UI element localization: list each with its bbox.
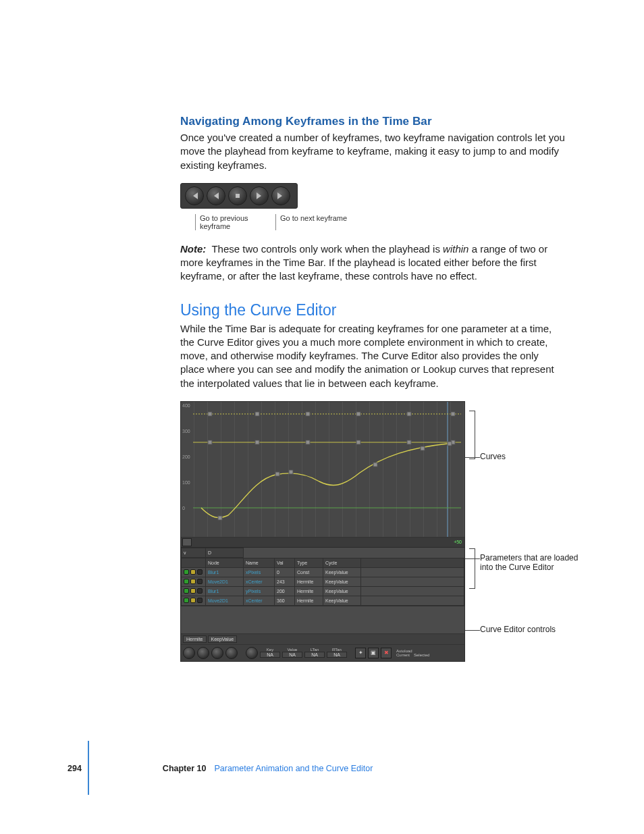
autoload-control[interactable]: Autoload CurrentSelected	[396, 649, 429, 657]
heading-curve-editor: Using the Curve Editor	[180, 301, 565, 319]
page: Navigating Among Keyframes in the Time B…	[0, 0, 644, 834]
curve-editor-controls: KeyNA ValueNA LTanNA RTanNA ✦ ▣ ✖ Autolo…	[181, 645, 464, 661]
tool-button[interactable]	[197, 647, 209, 659]
param-row[interactable]: Blur1 xPixels 0 Const KeepValue	[182, 567, 464, 577]
note-label: Note:	[180, 243, 206, 255]
toggle-button[interactable]: ✦	[355, 648, 366, 658]
ltan-field[interactable]: LTanNA	[304, 648, 325, 658]
bracket-curves	[469, 411, 475, 459]
svg-rect-6	[306, 412, 310, 416]
curves-svg	[181, 402, 464, 537]
param-header-row: Node Name Val Type Cycle	[182, 558, 464, 567]
figure-nav-controls: Go to previous keyframe Go to next keyfr…	[180, 183, 565, 230]
go-to-next-keyframe-button[interactable]	[271, 186, 290, 205]
note-italic-word: within	[443, 243, 468, 255]
delete-button[interactable]: ✖	[381, 648, 392, 658]
content-column: Navigating Among Keyframes in the Time B…	[180, 115, 565, 662]
svg-rect-5	[255, 412, 259, 416]
svg-rect-21	[421, 446, 425, 450]
stop-icon	[234, 192, 242, 200]
curve-editor-panel: 400 300 200 100 0	[180, 401, 465, 662]
page-footer: 294 Chapter 10 Parameter Animation and t…	[68, 764, 576, 773]
param-row[interactable]: Blur1 yPixels 200 Hermite KeepValue	[182, 586, 464, 596]
svg-rect-9	[451, 412, 455, 416]
page-number: 294	[68, 764, 82, 773]
margin-rule	[88, 741, 89, 795]
para-nav-keyframes: Once you've created a number of keyframe…	[180, 131, 565, 172]
chapter-title: Parameter Animation and the Curve Editor	[214, 764, 373, 773]
svg-rect-13	[356, 440, 360, 444]
note-paragraph: Note: These two controls only work when …	[180, 242, 565, 284]
svg-rect-18	[275, 472, 279, 476]
svg-rect-4	[208, 412, 212, 416]
svg-rect-0	[236, 194, 240, 198]
col-node[interactable]: Node	[206, 558, 244, 567]
svg-rect-20	[373, 463, 377, 467]
chapter-label: Chapter 10	[163, 764, 207, 773]
scrub-handle[interactable]	[182, 538, 192, 546]
subheading-nav-keyframes: Navigating Among Keyframes in the Time B…	[180, 115, 565, 128]
param-row[interactable]: Move2D1 xCenter 243 Hermite KeepValue	[182, 577, 464, 586]
callout-curves: Curves	[480, 452, 581, 462]
time-readout: +50	[454, 540, 462, 544]
play-forward-button[interactable]	[250, 186, 269, 205]
interp-type-chip[interactable]: Hermite	[183, 635, 207, 643]
col-d[interactable]: D	[206, 548, 244, 557]
param-header-row: v D Node	[182, 548, 465, 557]
next-keyframe-icon	[277, 192, 285, 200]
figure-curve-editor: 400 300 200 100 0	[180, 401, 565, 662]
callouts-column: Curves Parameters that are loaded into t…	[465, 401, 565, 662]
toggle-button[interactable]: ▣	[368, 648, 379, 658]
nav-captions: Go to previous keyframe Go to next keyfr…	[180, 214, 322, 230]
value-field[interactable]: ValueNA	[282, 648, 302, 658]
param-spacer	[181, 606, 464, 633]
play-forward-icon	[255, 192, 263, 200]
tool-button[interactable]	[211, 647, 223, 659]
curve-plot-area[interactable]: 400 300 200 100 0	[181, 402, 464, 538]
interp-mode-row: Hermite KeepValue	[181, 633, 464, 645]
cycle-mode-chip[interactable]: KeepValue	[208, 635, 238, 643]
callout-params: Parameters that are loaded into the Curv…	[480, 554, 581, 573]
play-backward-icon	[212, 192, 220, 200]
tool-button[interactable]	[183, 647, 195, 659]
note-text-before: These two controls only work when the pl…	[211, 243, 440, 255]
svg-rect-22	[448, 442, 452, 446]
col-type[interactable]: Type	[295, 558, 323, 567]
para-curve-editor: While the Time Bar is adequate for creat…	[180, 322, 565, 390]
svg-rect-11	[255, 440, 259, 444]
svg-rect-7	[356, 412, 360, 416]
svg-rect-10	[208, 440, 212, 444]
playback-control-strip	[180, 183, 298, 209]
param-row[interactable]: Move2D1 xCenter 360 Hermite KeepValue	[182, 596, 464, 605]
svg-rect-17	[218, 516, 222, 520]
stop-button[interactable]	[228, 186, 247, 205]
time-ruler[interactable]: +50	[181, 538, 464, 548]
col-name[interactable]: Name	[244, 558, 275, 567]
svg-rect-19	[289, 470, 293, 474]
prev-keyframe-icon	[190, 192, 198, 200]
play-backward-button[interactable]	[207, 186, 225, 205]
svg-rect-8	[407, 412, 411, 416]
svg-rect-12	[306, 440, 310, 444]
key-field[interactable]: KeyNA	[260, 648, 280, 658]
caption-prev-keyframe: Go to previous keyframe	[195, 214, 261, 230]
col-v[interactable]: v	[182, 548, 206, 557]
tool-button[interactable]	[246, 647, 258, 659]
parameter-list: v D Node Node Name	[181, 548, 464, 606]
svg-rect-14	[407, 440, 411, 444]
col-val[interactable]: Val	[275, 558, 295, 567]
go-to-prev-keyframe-button[interactable]	[185, 186, 204, 205]
tool-button[interactable]	[225, 647, 238, 659]
rtan-field[interactable]: RTanNA	[327, 648, 347, 658]
caption-next-keyframe: Go to next keyframe	[275, 214, 347, 230]
callout-controls: Curve Editor controls	[480, 625, 581, 635]
bracket-params	[469, 548, 475, 589]
col-cycle[interactable]: Cycle	[323, 558, 361, 567]
